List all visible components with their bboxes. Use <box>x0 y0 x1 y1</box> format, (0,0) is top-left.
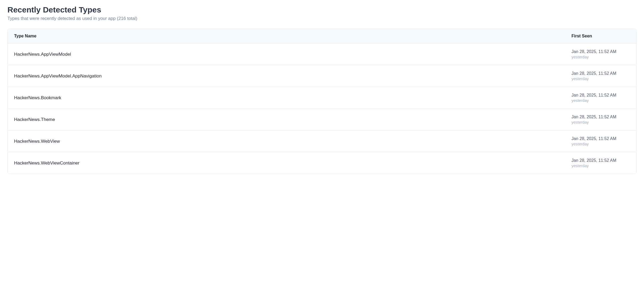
table-row[interactable]: HackerNews.Bookmark Jan 28, 2025, 11:52 … <box>8 87 636 109</box>
page-title: Recently Detected Types <box>7 5 637 14</box>
first-seen-date: Jan 28, 2025, 11:52 AM <box>571 49 630 54</box>
first-seen-relative: yesterday <box>571 98 630 103</box>
first-seen-date: Jan 28, 2025, 11:52 AM <box>571 71 630 76</box>
type-name-cell: HackerNews.AppViewModel.AppNavigation <box>14 73 571 79</box>
types-table: Type Name First Seen HackerNews.AppViewM… <box>7 29 637 174</box>
type-name-cell: HackerNews.AppViewModel <box>14 52 571 57</box>
first-seen-date: Jan 28, 2025, 11:52 AM <box>571 115 630 119</box>
first-seen-date: Jan 28, 2025, 11:52 AM <box>571 93 630 98</box>
first-seen-cell: Jan 28, 2025, 11:52 AM yesterday <box>571 158 630 168</box>
column-header-type-name: Type Name <box>14 34 571 38</box>
page-subtitle: Types that were recently detected as use… <box>7 16 637 21</box>
table-row[interactable]: HackerNews.AppViewModel.AppNavigation Ja… <box>8 65 636 87</box>
first-seen-relative: yesterday <box>571 142 630 146</box>
type-name-cell: HackerNews.Theme <box>14 117 571 122</box>
type-name-cell: HackerNews.WebView <box>14 139 571 144</box>
type-name-cell: HackerNews.Bookmark <box>14 95 571 101</box>
first-seen-cell: Jan 28, 2025, 11:52 AM yesterday <box>571 93 630 103</box>
first-seen-relative: yesterday <box>571 120 630 124</box>
first-seen-cell: Jan 28, 2025, 11:52 AM yesterday <box>571 136 630 146</box>
first-seen-cell: Jan 28, 2025, 11:52 AM yesterday <box>571 71 630 81</box>
first-seen-relative: yesterday <box>571 55 630 59</box>
first-seen-date: Jan 28, 2025, 11:52 AM <box>571 158 630 163</box>
first-seen-relative: yesterday <box>571 163 630 168</box>
table-row[interactable]: HackerNews.AppViewModel Jan 28, 2025, 11… <box>8 44 636 65</box>
table-row[interactable]: HackerNews.WebView Jan 28, 2025, 11:52 A… <box>8 131 636 152</box>
type-name-cell: HackerNews.WebViewContainer <box>14 160 571 166</box>
table-header: Type Name First Seen <box>8 29 636 44</box>
first-seen-cell: Jan 28, 2025, 11:52 AM yesterday <box>571 115 630 124</box>
table-row[interactable]: HackerNews.WebViewContainer Jan 28, 2025… <box>8 152 636 174</box>
table-row[interactable]: HackerNews.Theme Jan 28, 2025, 11:52 AM … <box>8 109 636 131</box>
column-header-first-seen: First Seen <box>571 34 630 38</box>
first-seen-cell: Jan 28, 2025, 11:52 AM yesterday <box>571 49 630 59</box>
first-seen-relative: yesterday <box>571 76 630 81</box>
page-container: Recently Detected Types Types that were … <box>7 5 637 174</box>
first-seen-date: Jan 28, 2025, 11:52 AM <box>571 136 630 141</box>
